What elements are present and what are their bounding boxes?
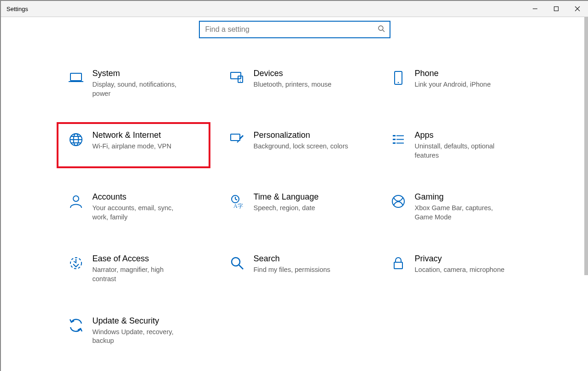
tile-title: Devices bbox=[254, 69, 362, 78]
tile-desc: Xbox Game Bar, captures, Game Mode bbox=[415, 204, 512, 222]
settings-tile-accounts[interactable]: AccountsYour accounts, email, sync, work… bbox=[62, 189, 205, 224]
tile-title: Time & Language bbox=[254, 192, 362, 202]
tile-desc: Find my files, permissions bbox=[254, 265, 350, 275]
settings-tile-system[interactable]: SystemDisplay, sound, notifications, pow… bbox=[62, 66, 205, 101]
tile-title: Ease of Access bbox=[93, 254, 201, 264]
minimize-button[interactable] bbox=[524, 1, 546, 17]
settings-tile-devices[interactable]: DevicesBluetooth, printers, mouse bbox=[223, 66, 366, 101]
titlebar: Settings bbox=[1, 1, 588, 17]
svg-line-5 bbox=[383, 30, 384, 32]
laptop-icon bbox=[66, 69, 86, 86]
settings-tile-gaming[interactable]: GamingXbox Game Bar, captures, Game Mode bbox=[384, 189, 527, 224]
settings-grid: SystemDisplay, sound, notifications, pow… bbox=[62, 66, 527, 348]
svg-point-4 bbox=[378, 26, 383, 30]
tile-desc: Wi-Fi, airplane mode, VPN bbox=[93, 142, 189, 151]
settings-tile-update-security[interactable]: Update & SecurityWindows Update, recover… bbox=[62, 313, 205, 348]
person-icon bbox=[66, 192, 86, 210]
settings-tile-time-language[interactable]: Time & LanguageSpeech, region, date bbox=[223, 189, 366, 224]
tile-desc: Narrator, magnifier, high contrast bbox=[93, 265, 189, 283]
search-input[interactable] bbox=[204, 25, 378, 34]
scrollbar-thumb[interactable] bbox=[584, 17, 588, 275]
phone-icon bbox=[388, 69, 408, 86]
settings-tile-personalization[interactable]: PersonalizationBackground, lock screen, … bbox=[223, 128, 366, 163]
tile-title: Privacy bbox=[415, 254, 524, 264]
settings-tile-apps[interactable]: AppsUninstall, defaults, optional featur… bbox=[384, 128, 527, 163]
settings-tile-search[interactable]: SearchFind my files, permissions bbox=[223, 251, 366, 286]
brush-icon bbox=[227, 130, 247, 148]
tile-desc: Background, lock screen, colors bbox=[254, 142, 350, 151]
search-box[interactable] bbox=[199, 21, 390, 38]
tile-title: Personalization bbox=[254, 130, 362, 140]
settings-tile-network-internet[interactable]: Network & InternetWi-Fi, airplane mode, … bbox=[62, 128, 205, 163]
tile-desc: Your accounts, email, sync, work, family bbox=[93, 204, 189, 222]
settings-tile-privacy[interactable]: PrivacyLocation, camera, microphone bbox=[384, 251, 527, 286]
tile-title: Network & Internet bbox=[93, 130, 201, 140]
globe-icon bbox=[66, 130, 86, 148]
close-button[interactable] bbox=[567, 1, 588, 17]
tile-title: Accounts bbox=[93, 192, 201, 202]
tile-title: Phone bbox=[415, 69, 524, 78]
tile-desc: Location, camera, microphone bbox=[415, 265, 512, 275]
ease-icon bbox=[66, 254, 86, 271]
tile-desc: Windows Update, recovery, backup bbox=[93, 328, 189, 346]
svg-rect-1 bbox=[554, 7, 559, 11]
update-icon bbox=[66, 316, 86, 334]
tile-desc: Display, sound, notifications, power bbox=[93, 80, 189, 98]
tile-desc: Bluetooth, printers, mouse bbox=[254, 80, 350, 89]
tile-desc: Uninstall, defaults, optional features bbox=[415, 142, 512, 160]
time-lang-icon bbox=[227, 192, 247, 210]
tile-title: System bbox=[93, 69, 201, 78]
search-cat-icon bbox=[227, 254, 247, 271]
search-icon bbox=[378, 25, 385, 34]
tile-title: Search bbox=[254, 254, 362, 264]
content-area: SystemDisplay, sound, notifications, pow… bbox=[1, 17, 588, 371]
tile-title: Update & Security bbox=[93, 316, 201, 326]
maximize-button[interactable] bbox=[546, 1, 567, 17]
settings-tile-phone[interactable]: PhoneLink your Android, iPhone bbox=[384, 66, 527, 101]
tile-title: Apps bbox=[415, 130, 524, 140]
settings-tile-ease-of-access[interactable]: Ease of AccessNarrator, magnifier, high … bbox=[62, 251, 205, 286]
tile-desc: Speech, region, date bbox=[254, 204, 350, 213]
tile-title: Gaming bbox=[415, 192, 524, 202]
devices-icon bbox=[227, 69, 247, 86]
gaming-icon bbox=[388, 192, 408, 210]
scrollbar[interactable] bbox=[583, 17, 588, 371]
apps-icon bbox=[388, 130, 408, 148]
tile-desc: Link your Android, iPhone bbox=[415, 80, 512, 89]
window-title: Settings bbox=[6, 6, 28, 12]
window-controls bbox=[524, 1, 588, 17]
lock-icon bbox=[388, 254, 408, 271]
